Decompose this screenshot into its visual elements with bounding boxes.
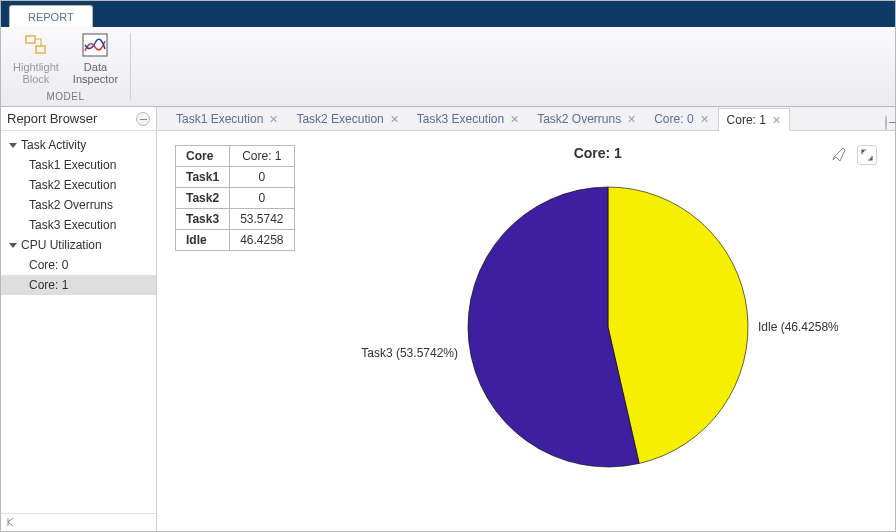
left-pane-footer xyxy=(1,513,156,531)
tree-item[interactable]: Core: 1 xyxy=(1,275,156,295)
tab-label: Task3 Execution xyxy=(417,112,504,126)
close-icon[interactable]: ✕ xyxy=(700,114,709,125)
tree-item[interactable]: Task2 Execution xyxy=(1,175,156,195)
document-tab[interactable]: Task2 Execution✕ xyxy=(287,107,407,130)
right-pane: Task1 Execution✕Task2 Execution✕Task3 Ex… xyxy=(157,107,895,531)
table-value: 0 xyxy=(230,167,294,188)
pie-chart: Task3 (53.5742%)Idle (46.4258%) xyxy=(358,167,838,497)
report-tree: Task ActivityTask1 ExecutionTask2 Execut… xyxy=(1,131,156,513)
table-value: 0 xyxy=(230,188,294,209)
close-icon[interactable]: ✕ xyxy=(510,114,519,125)
tab-label: Task2 Execution xyxy=(296,112,383,126)
tree-item[interactable]: Task2 Overruns xyxy=(1,195,156,215)
highlight-block-label2: Block xyxy=(22,73,49,85)
table-row: Task353.5742 xyxy=(176,209,295,230)
content-area: CoreCore: 1Task10Task20Task353.5742Idle4… xyxy=(157,131,895,531)
brush-icon[interactable] xyxy=(831,146,847,165)
table-key: Idle xyxy=(176,230,230,251)
tab-label: Core: 1 xyxy=(727,113,766,127)
table-row: Task20 xyxy=(176,188,295,209)
document-tab[interactable]: Task3 Execution✕ xyxy=(408,107,528,130)
table-key: Task1 xyxy=(176,167,230,188)
data-inspector-label2: Inspector xyxy=(73,73,118,85)
close-icon[interactable]: ✕ xyxy=(627,114,636,125)
highlight-block-label1: Hightlight xyxy=(13,61,59,73)
tree-group-label: CPU Utilization xyxy=(21,238,102,252)
chart-toolbar xyxy=(831,145,877,165)
table-row: Idle46.4258 xyxy=(176,230,295,251)
document-tab[interactable]: Task2 Overruns✕ xyxy=(528,107,645,130)
close-icon[interactable]: ✕ xyxy=(269,114,278,125)
pane-options-button[interactable] xyxy=(136,112,150,126)
tree-item[interactable]: Task3 Execution xyxy=(1,215,156,235)
ribbon-separator xyxy=(130,33,131,100)
data-inspector-icon xyxy=(81,31,109,59)
ribbon-group-model: HightlightBlock DataInspector MODEL xyxy=(1,27,130,106)
close-icon[interactable]: ✕ xyxy=(772,115,781,126)
ribbon-body: HightlightBlock DataInspector MODEL xyxy=(1,27,895,107)
table-key: Task2 xyxy=(176,188,230,209)
table-value: 53.5742 xyxy=(230,209,294,230)
table-value: Core: 1 xyxy=(230,146,294,167)
tree-group-label: Task Activity xyxy=(21,138,86,152)
ribbon-group-label: MODEL xyxy=(47,89,85,104)
tree-item[interactable]: Task1 Execution xyxy=(1,155,156,175)
data-inspector-label1: Data xyxy=(84,61,107,73)
document-tab[interactable]: Core: 1✕ xyxy=(718,108,790,131)
expand-chart-button[interactable] xyxy=(857,145,877,165)
tree-group[interactable]: CPU Utilization xyxy=(1,235,156,255)
report-browser-title: Report Browser xyxy=(7,111,97,126)
table-key: Task3 xyxy=(176,209,230,230)
tab-label: Core: 0 xyxy=(654,112,693,126)
pie-label: Idle (46.4258%) xyxy=(758,320,838,334)
document-tab[interactable]: Task1 Execution✕ xyxy=(167,107,287,130)
pie-label: Task3 (53.5742%) xyxy=(361,346,458,360)
tab-options[interactable] xyxy=(885,116,887,130)
chevron-down-icon xyxy=(9,143,17,148)
document-tab[interactable]: Core: 0✕ xyxy=(645,107,717,130)
table-value: 46.4258 xyxy=(230,230,294,251)
highlight-block-button: HightlightBlock xyxy=(13,31,59,85)
document-tabbar: Task1 Execution✕Task2 Execution✕Task3 Ex… xyxy=(157,107,895,131)
chart-title: Core: 1 xyxy=(319,145,877,161)
tree-item[interactable]: Core: 0 xyxy=(1,255,156,275)
chart-zone: Core: 1 Task3 (53.5742%)Idle (46.4258%) xyxy=(319,145,877,517)
table-row: CoreCore: 1 xyxy=(176,146,295,167)
tab-label: Task1 Execution xyxy=(176,112,263,126)
ribbon-header: REPORT xyxy=(1,1,895,27)
app-window: REPORT HightlightBlock xyxy=(0,0,896,532)
svg-rect-0 xyxy=(26,36,35,43)
report-browser-pane: Report Browser Task ActivityTask1 Execut… xyxy=(1,107,157,531)
main-split: Report Browser Task ActivityTask1 Execut… xyxy=(1,107,895,531)
highlight-block-icon xyxy=(22,31,50,59)
close-icon[interactable]: ✕ xyxy=(390,114,399,125)
table-key: Core xyxy=(176,146,230,167)
tab-label: Task2 Overruns xyxy=(537,112,621,126)
ribbon-tab-report[interactable]: REPORT xyxy=(9,5,93,27)
report-browser-header: Report Browser xyxy=(1,107,156,131)
svg-rect-1 xyxy=(36,46,45,53)
tree-group[interactable]: Task Activity xyxy=(1,135,156,155)
collapse-pane-icon[interactable] xyxy=(5,516,15,530)
table-row: Task10 xyxy=(176,167,295,188)
chevron-down-icon xyxy=(9,243,17,248)
core-data-table: CoreCore: 1Task10Task20Task353.5742Idle4… xyxy=(175,145,295,251)
data-inspector-button[interactable]: DataInspector xyxy=(73,31,118,85)
